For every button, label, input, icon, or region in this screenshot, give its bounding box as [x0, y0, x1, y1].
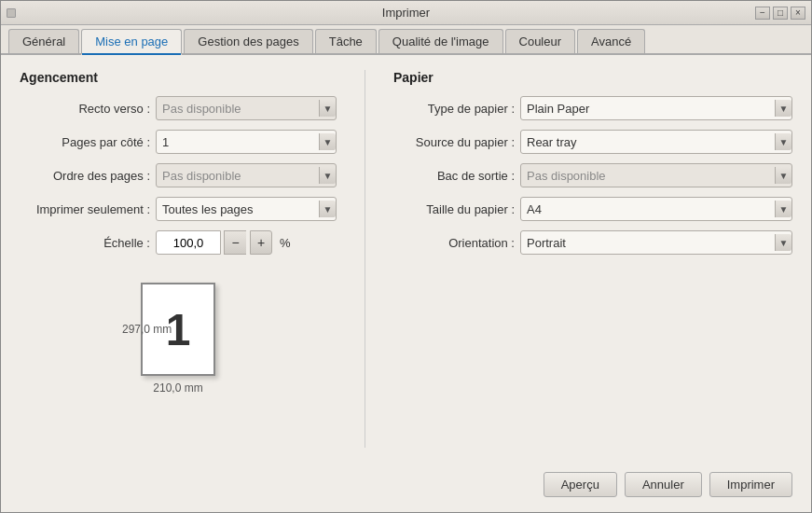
titlebar-controls: − □ ×: [755, 7, 805, 20]
type-papier-value: Plain Paper: [527, 102, 771, 116]
tabs-bar: Général Mise en page Gestion des pages T…: [1, 25, 811, 55]
orientation-dropdown[interactable]: Portrait ▼: [520, 230, 792, 255]
bac-sortie-label: Bac de sortie :: [393, 169, 515, 183]
imprimer-seulement-value: Toutes les pages: [162, 202, 315, 216]
taille-papier-arrow: ▼: [775, 201, 791, 217]
main-content: Agencement Recto verso : Pas disponible …: [1, 55, 811, 463]
agencement-section: Agencement Recto verso : Pas disponible …: [20, 70, 337, 448]
scale-input[interactable]: [156, 230, 221, 255]
ordre-pages-dropdown[interactable]: Pas disponible ▼: [156, 163, 337, 187]
papier-section: Papier Type de papier : Plain Paper ▼ So…: [393, 70, 792, 448]
pages-par-cote-dropdown[interactable]: 1 ▼: [156, 130, 337, 154]
type-papier-label: Type de papier :: [393, 102, 515, 116]
type-papier-row: Type de papier : Plain Paper ▼: [393, 96, 792, 120]
pages-par-cote-row: Pages par côté : 1 ▼: [20, 130, 337, 154]
scale-plus-button[interactable]: +: [250, 230, 272, 255]
imprimer-seulement-dropdown[interactable]: Toutes les pages ▼: [156, 197, 337, 221]
close-button[interactable]: ×: [791, 7, 805, 20]
taille-papier-value: A4: [527, 202, 771, 216]
height-label: 297,0 mm: [122, 323, 172, 336]
scale-minus-button[interactable]: −: [224, 230, 246, 255]
main-window: Imprimer − □ × Général Mise en page Gest…: [0, 0, 812, 513]
pages-par-cote-value: 1: [162, 135, 315, 149]
footer: Aperçu Annuler Imprimer: [1, 463, 811, 512]
source-papier-value: Rear tray: [527, 135, 771, 149]
bac-sortie-value: Pas disponible: [527, 169, 771, 183]
maximize-button[interactable]: □: [773, 7, 788, 20]
ordre-pages-arrow: ▼: [319, 167, 336, 184]
imprimer-seulement-label: Imprimer seulement :: [20, 202, 150, 216]
imprimer-seulement-arrow: ▼: [319, 201, 336, 217]
imprimer-button[interactable]: Imprimer: [709, 472, 792, 497]
bac-sortie-dropdown[interactable]: Pas disponible ▼: [520, 163, 792, 187]
taille-papier-row: Taille du papier : A4 ▼: [393, 197, 792, 221]
papier-title: Papier: [393, 70, 792, 85]
preview-container: 297,0 mm 1: [141, 283, 215, 376]
source-papier-label: Source du papier :: [393, 135, 515, 149]
scale-controls: − + %: [156, 230, 291, 255]
tab-tache[interactable]: Tâche: [315, 29, 377, 53]
tab-mise-en-page[interactable]: Mise en page: [81, 29, 182, 55]
orientation-row: Orientation : Portrait ▼: [393, 230, 792, 255]
source-papier-dropdown[interactable]: Rear tray ▼: [520, 130, 792, 154]
type-papier-dropdown[interactable]: Plain Paper ▼: [520, 96, 792, 120]
bac-sortie-row: Bac de sortie : Pas disponible ▼: [393, 163, 792, 187]
pages-par-cote-label: Pages par côté :: [20, 135, 150, 149]
ordre-pages-row: Ordre des pages : Pas disponible ▼: [20, 163, 337, 187]
recto-verso-value: Pas disponible: [162, 102, 315, 116]
orientation-value: Portrait: [527, 236, 771, 250]
ordre-pages-value: Pas disponible: [162, 169, 315, 183]
ordre-pages-label: Ordre des pages :: [20, 169, 150, 183]
echelle-label: Échelle :: [20, 236, 150, 250]
section-divider: [365, 70, 365, 448]
source-papier-row: Source du papier : Rear tray ▼: [393, 130, 792, 154]
scale-unit: %: [280, 236, 291, 250]
minimize-button[interactable]: −: [755, 7, 770, 20]
paper-preview-area: 297,0 mm 1 210,0 mm: [20, 264, 337, 404]
recto-verso-arrow: ▼: [319, 100, 336, 117]
tab-gestion-pages[interactable]: Gestion des pages: [184, 29, 312, 53]
orientation-label: Orientation :: [393, 236, 515, 250]
orientation-arrow: ▼: [775, 234, 791, 251]
agencement-title: Agencement: [20, 70, 337, 85]
titlebar: Imprimer − □ ×: [1, 1, 811, 25]
width-label: 210,0 mm: [153, 381, 202, 395]
tab-qualite-image[interactable]: Qualité de l'image: [378, 29, 503, 53]
taille-papier-dropdown[interactable]: A4 ▼: [520, 197, 792, 221]
type-papier-arrow: ▼: [775, 100, 791, 117]
pages-par-cote-arrow: ▼: [319, 133, 336, 150]
recto-verso-label: Recto verso :: [20, 102, 150, 116]
source-papier-arrow: ▼: [775, 133, 791, 150]
tab-general[interactable]: Général: [8, 29, 79, 53]
echelle-row: Échelle : − + %: [20, 230, 337, 255]
titlebar-icon[interactable]: [7, 8, 16, 18]
sections: Agencement Recto verso : Pas disponible …: [20, 70, 792, 448]
bac-sortie-arrow: ▼: [775, 167, 791, 184]
taille-papier-label: Taille du papier :: [393, 202, 515, 216]
window-title: Imprimer: [382, 6, 430, 20]
tab-avance[interactable]: Avancé: [577, 29, 645, 53]
recto-verso-row: Recto verso : Pas disponible ▼: [20, 96, 337, 120]
titlebar-left: [7, 8, 16, 18]
recto-verso-dropdown[interactable]: Pas disponible ▼: [156, 96, 337, 120]
imprimer-seulement-row: Imprimer seulement : Toutes les pages ▼: [20, 197, 337, 221]
apercu-button[interactable]: Aperçu: [544, 472, 617, 497]
tab-couleur[interactable]: Couleur: [505, 29, 576, 53]
annuler-button[interactable]: Annuler: [625, 472, 702, 497]
